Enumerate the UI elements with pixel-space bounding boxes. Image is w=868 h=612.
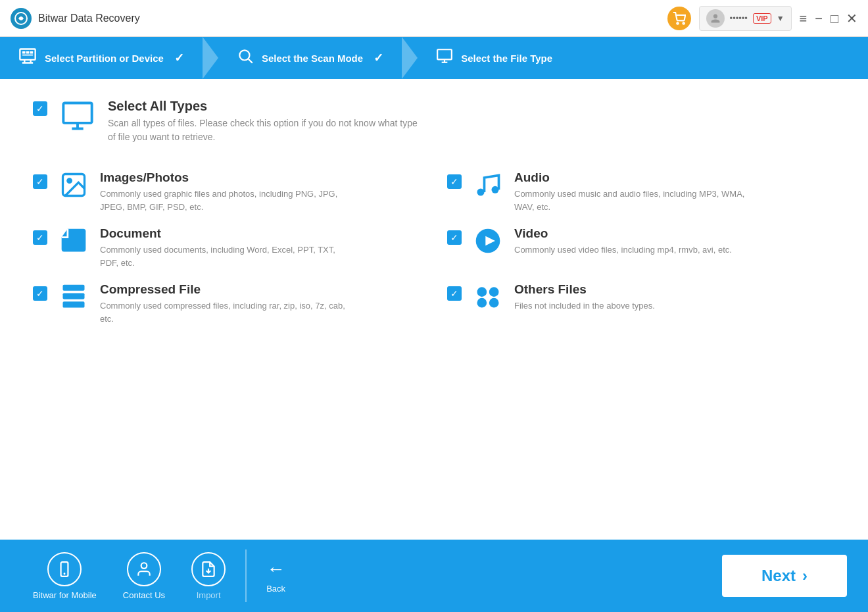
back-arrow-icon: ←: [267, 559, 285, 580]
select-all-row: ✓ Select All Types Scan all types of fil…: [33, 99, 835, 151]
others-desc: Files not included in the above types.: [514, 299, 655, 313]
video-checkbox[interactable]: ✓: [447, 230, 462, 245]
close-button[interactable]: ✕: [846, 12, 857, 25]
import-label: Import: [197, 590, 221, 600]
images-text: Images/Photos Commonly used graphic file…: [100, 170, 350, 213]
compressed-icon: [59, 282, 88, 315]
select-all-checkbox-wrap[interactable]: ✓: [33, 101, 47, 116]
next-arrow-icon: ›: [802, 567, 808, 585]
svg-point-2: [683, 22, 685, 24]
mobile-button[interactable]: Bitwar for Mobile: [20, 552, 110, 600]
svg-point-31: [141, 563, 147, 569]
step3-label: Select the File Type: [461, 53, 552, 64]
app-title: Bitwar Data Recovery: [38, 13, 667, 24]
user-name: ••••••: [730, 13, 748, 23]
progress-bar: Select Partition or Device ✓ Select the …: [0, 37, 868, 79]
compressed-text: Compressed File Commonly used compressed…: [100, 282, 350, 325]
svg-line-9: [249, 59, 253, 63]
svg-point-28: [489, 298, 499, 308]
images-checkbox[interactable]: ✓: [33, 174, 47, 189]
title-bar-right: •••••• VIP ▼ ≡ − □ ✕: [667, 6, 857, 31]
step2-check: ✓: [374, 51, 383, 65]
monitor-icon: [60, 99, 95, 133]
images-title: Images/Photos: [100, 170, 350, 185]
audio-icon: [473, 170, 502, 203]
document-item: ✓ Document Commonly used documents, incl…: [33, 226, 421, 269]
svg-point-18: [477, 189, 485, 196]
svg-rect-5: [26, 51, 30, 54]
mobile-label: Bitwar for Mobile: [33, 590, 97, 600]
document-text: Document Commonly used documents, includ…: [100, 226, 350, 269]
images-icon: [59, 170, 88, 203]
select-all-title: Select All Types: [108, 99, 423, 114]
others-text: Others Files Files not included in the a…: [514, 282, 655, 313]
import-icon: [191, 552, 226, 586]
title-bar: Bitwar Data Recovery •••••• VIP ▼ ≡ − □ …: [0, 0, 868, 37]
compressed-title: Compressed File: [100, 282, 350, 297]
minimize-button[interactable]: −: [815, 12, 823, 25]
contact-icon: [127, 552, 161, 586]
step1-label: Select Partition or Device: [45, 53, 164, 64]
video-icon: [473, 226, 502, 259]
images-item: ✓ Images/Photos Commonly used graphic fi…: [33, 170, 421, 213]
svg-rect-7: [22, 55, 33, 56]
user-area[interactable]: •••••• VIP ▼: [699, 6, 792, 31]
svg-point-19: [492, 186, 499, 193]
document-checkbox[interactable]: ✓: [33, 230, 47, 245]
footer: Bitwar for Mobile Contact Us Import: [0, 540, 868, 612]
svg-rect-22: [63, 285, 85, 291]
svg-rect-13: [63, 103, 91, 123]
progress-step-1: Select Partition or Device ✓: [0, 37, 203, 79]
next-label: Next: [761, 567, 796, 585]
svg-point-1: [677, 22, 679, 24]
video-item: ✓ Video Commonly used video files, inclu…: [447, 226, 835, 269]
step2-label: Select the Scan Mode: [262, 53, 363, 64]
others-title: Others Files: [514, 282, 655, 297]
others-icon: [473, 282, 502, 315]
vip-badge: VIP: [753, 13, 771, 24]
next-button[interactable]: Next ›: [721, 553, 848, 598]
contact-button[interactable]: Contact Us: [110, 552, 178, 600]
select-all-checkbox[interactable]: ✓: [33, 101, 47, 116]
select-all-text: Select All Types Scan all types of files…: [108, 99, 423, 144]
cart-button[interactable]: [667, 7, 691, 30]
footer-divider: [245, 549, 247, 602]
others-checkbox[interactable]: ✓: [447, 286, 462, 301]
svg-point-8: [239, 50, 249, 60]
audio-checkbox[interactable]: ✓: [447, 174, 462, 189]
contact-label: Contact Us: [123, 590, 165, 600]
document-icon: [59, 226, 88, 259]
svg-rect-10: [437, 49, 452, 59]
audio-desc: Commonly used music and audio files, inc…: [514, 188, 764, 213]
scan-icon: [237, 47, 254, 68]
select-all-desc: Scan all types of files. Please check th…: [108, 116, 423, 144]
mobile-icon: [47, 552, 82, 586]
video-title: Video: [514, 226, 732, 241]
restore-button[interactable]: □: [831, 12, 838, 25]
video-text: Video Commonly used video files, includi…: [514, 226, 732, 257]
app-logo: [11, 8, 32, 29]
document-desc: Commonly used documents, including Word,…: [100, 243, 350, 269]
audio-title: Audio: [514, 170, 764, 185]
audio-item: ✓ Audio Commonly used music and audio fi…: [447, 170, 835, 213]
main-content: ✓ Select All Types Scan all types of fil…: [0, 79, 868, 540]
back-label: Back: [266, 584, 285, 594]
audio-text: Audio Commonly used music and audio file…: [514, 170, 764, 213]
compressed-checkbox[interactable]: ✓: [33, 286, 47, 301]
footer-actions: Bitwar for Mobile Contact Us Import: [20, 549, 299, 602]
document-title: Document: [100, 226, 350, 241]
svg-point-26: [489, 287, 499, 297]
menu-icon[interactable]: ≡: [800, 12, 808, 25]
back-button[interactable]: ← Back: [253, 559, 299, 594]
compressed-item: ✓ Compressed File Commonly used compress…: [33, 282, 421, 325]
svg-rect-24: [63, 301, 85, 307]
others-item: ✓ Others Files Files not included in the…: [447, 282, 835, 325]
import-button[interactable]: Import: [178, 552, 239, 600]
file-types-grid: ✓ Images/Photos Commonly used graphic fi…: [33, 170, 835, 325]
partition-icon: [18, 47, 37, 69]
progress-step-3: Select the File Type: [418, 37, 868, 79]
video-desc: Commonly used video files, including mp4…: [514, 243, 732, 257]
compressed-desc: Commonly used compressed files, includin…: [100, 299, 350, 325]
images-desc: Commonly used graphic files and photos, …: [100, 188, 350, 213]
progress-step-2: Select the Scan Mode ✓: [218, 37, 402, 79]
